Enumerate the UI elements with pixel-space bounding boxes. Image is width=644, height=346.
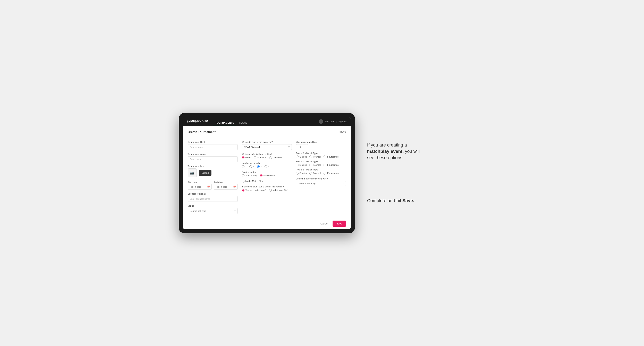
round2-singles-radio[interactable]: [296, 164, 298, 166]
signout-link[interactable]: Sign out: [338, 120, 346, 123]
venue-group: Venue ▼: [188, 205, 238, 214]
start-date-label: Start date: [188, 181, 198, 183]
round-2-radio[interactable]: [249, 165, 252, 168]
gender-label: Which gender is the event for?: [242, 153, 292, 155]
match-type-section: Round 1 - Match Type Singles Fourball: [296, 152, 346, 174]
scoring-match-play[interactable]: Match Play: [260, 174, 274, 177]
gender-group: Which gender is the event for? Mens Wome…: [242, 153, 292, 159]
header-separator: |: [336, 120, 337, 123]
teams-with-individuals-radio[interactable]: [242, 189, 244, 191]
round-1[interactable]: 1: [242, 165, 246, 168]
round2-foursomes-radio[interactable]: [324, 164, 326, 166]
logo-main: SCOREBOARD: [187, 120, 208, 122]
round1-label: Round 1 - Match Type: [296, 152, 346, 155]
back-link[interactable]: ‹ Back: [338, 130, 346, 133]
round3-fourball-radio[interactable]: [310, 172, 312, 174]
form-footer: Cancel Save: [183, 218, 351, 229]
api-remove-icon[interactable]: ✕: [342, 182, 344, 185]
form-section-right: Maximum Team Size Round 1 - Match Type S…: [296, 141, 346, 186]
annotation-bottom: Complete and hit Save.: [367, 198, 424, 204]
individuals-only[interactable]: Individuals Only: [269, 189, 289, 191]
round-2[interactable]: 2: [249, 165, 254, 168]
round1-match-type: Round 1 - Match Type Singles Fourball: [296, 152, 346, 158]
scoring-stroke-play[interactable]: Stroke Play: [242, 174, 257, 177]
annotation-container: If you are creating a matchplay event, y…: [367, 142, 424, 204]
form-container: Create Tournament ‹ Back Tournament Host: [183, 126, 351, 218]
round3-label: Round 3 - Match Type: [296, 169, 346, 171]
tournament-logo-group: Tournament logo 📷 Upload: [188, 165, 238, 177]
individuals-only-radio[interactable]: [269, 189, 272, 191]
rounds-radio-group: 1 2 3: [242, 165, 292, 168]
round-4-radio[interactable]: [264, 165, 267, 168]
round3-singles[interactable]: Singles: [296, 172, 307, 174]
gender-womens-radio[interactable]: [254, 156, 256, 159]
tournament-host-input[interactable]: [188, 144, 238, 150]
round1-singles[interactable]: Singles: [296, 156, 307, 158]
round3-fourball[interactable]: Fourball: [310, 172, 321, 174]
round3-foursomes-radio[interactable]: [324, 172, 326, 174]
round1-foursomes[interactable]: Foursomes: [324, 156, 338, 158]
venue-input[interactable]: [188, 208, 238, 214]
max-team-size-input[interactable]: [296, 144, 308, 149]
round1-fourball-radio[interactable]: [310, 156, 312, 158]
tournament-name-group: Tournament name: [188, 153, 238, 162]
api-tag-value: Leaderboard King: [298, 182, 316, 185]
round1-fourball[interactable]: Fourball: [310, 156, 321, 158]
gender-radio-group: Mens Womens Combined: [242, 156, 292, 159]
tablet-device: SCOREBOARD Powered by clippit TOURNAMENT…: [179, 113, 355, 233]
gender-mens-radio[interactable]: [242, 156, 244, 159]
tab-tournaments[interactable]: TOURNAMENTS: [213, 120, 236, 126]
annotation-top: If you are creating a matchplay event, y…: [367, 142, 424, 161]
tournament-name-label: Tournament name: [188, 153, 238, 155]
save-button[interactable]: Save: [332, 221, 346, 227]
round-1-radio[interactable]: [242, 165, 244, 168]
tab-teams[interactable]: TEAMS: [236, 120, 250, 126]
header-username: Test User: [325, 120, 334, 123]
header-right: T Test User | Sign out: [319, 119, 347, 124]
round3-singles-radio[interactable]: [296, 172, 298, 174]
calendar-icon-2: 📅: [233, 185, 236, 188]
round2-fourball-radio[interactable]: [310, 164, 312, 166]
api-tag-box: Leaderboard King ✕: [296, 181, 346, 186]
division-select[interactable]: NCAA Division I: [242, 144, 292, 150]
rounds-label: Number of rounds: [242, 162, 292, 164]
scoring-stroke-play-radio[interactable]: [242, 174, 244, 177]
start-date-wrapper: 📅: [188, 184, 212, 190]
scoring-group: Scoring system Stroke Play Match Play: [242, 171, 292, 182]
round3-foursomes[interactable]: Foursomes: [324, 172, 338, 174]
tournament-logo-label: Tournament logo: [188, 165, 238, 167]
round-3-radio[interactable]: [257, 165, 260, 168]
gender-combined-radio[interactable]: [269, 156, 272, 159]
tournament-name-input[interactable]: [188, 156, 238, 162]
round-3[interactable]: 3: [257, 165, 262, 168]
form-section-left: Tournament Host Tournament name Tourname…: [188, 141, 238, 214]
logo-sub: Powered by clippit: [187, 122, 208, 124]
sponsor-input[interactable]: [188, 196, 238, 202]
tournament-host-group: Tournament Host: [188, 141, 238, 150]
gender-womens[interactable]: Womens: [254, 156, 266, 159]
nav-tabs: TOURNAMENTS TEAMS: [213, 117, 250, 126]
gender-combined[interactable]: Combined: [269, 156, 283, 159]
dates-group: Start date 📅 End date: [188, 180, 238, 190]
round2-singles[interactable]: Singles: [296, 164, 307, 166]
round2-fourball[interactable]: Fourball: [310, 164, 321, 166]
round-4[interactable]: 4: [264, 165, 269, 168]
round2-options: Singles Fourball Foursomes: [296, 164, 346, 166]
upload-button[interactable]: Upload: [199, 170, 212, 176]
form-header: Create Tournament ‹ Back: [188, 130, 346, 134]
gender-mens[interactable]: Mens: [242, 156, 251, 159]
back-label: Back: [340, 130, 346, 133]
rounds-group: Number of rounds 1 2: [242, 162, 292, 168]
scoring-medal-match-play[interactable]: Medal Match Play: [242, 180, 263, 182]
round3-options: Singles Fourball Foursomes: [296, 172, 346, 174]
scoring-medal-match-play-radio[interactable]: [242, 180, 244, 182]
round1-singles-radio[interactable]: [296, 156, 298, 158]
scoring-radio-group: Stroke Play Match Play Medal Match Play: [242, 174, 292, 182]
teams-group: Is this event for Teams and/or Individua…: [242, 185, 292, 191]
teams-with-individuals[interactable]: Teams (+Individuals): [242, 189, 266, 191]
end-date-wrapper: 📅: [214, 184, 238, 190]
cancel-button[interactable]: Cancel: [318, 221, 330, 226]
round1-foursomes-radio[interactable]: [324, 156, 326, 158]
scoring-match-play-radio[interactable]: [260, 174, 262, 177]
round2-foursomes[interactable]: Foursomes: [324, 164, 338, 166]
